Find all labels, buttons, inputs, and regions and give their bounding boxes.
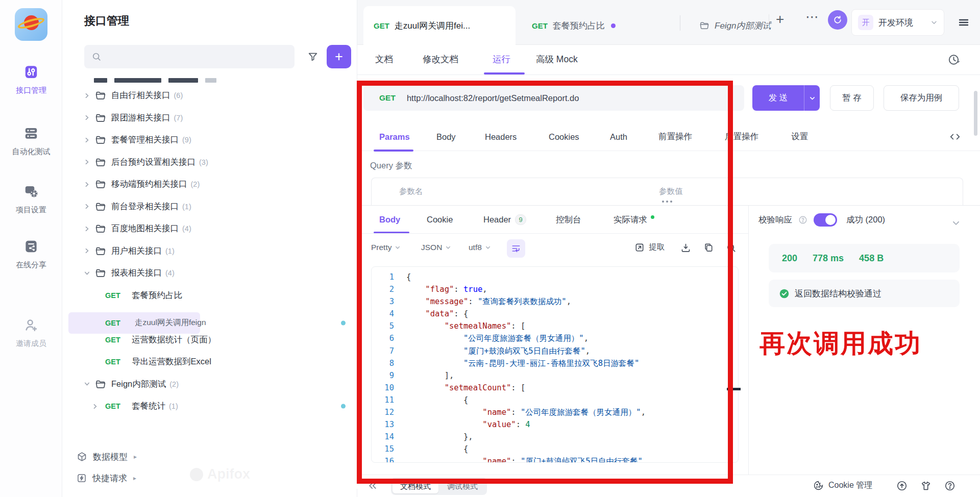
caret-right-icon: ▸: [134, 453, 137, 460]
tree-api-套餐预约占比[interactable]: GET套餐预约占比: [62, 284, 357, 307]
tree-folder-用户相关接口[interactable]: 用户相关接口(1): [62, 240, 357, 262]
req-tab-Cookies[interactable]: Cookies: [549, 122, 579, 151]
folder-icon: [95, 112, 106, 123]
req-tab-Params[interactable]: Params: [379, 122, 410, 151]
language-select[interactable]: JSON: [421, 243, 451, 252]
open-tab-1[interactable]: GET套餐预约占比: [522, 6, 626, 45]
req-tab-Auth[interactable]: Auth: [610, 122, 627, 151]
tree-folder-跟团游相关接口[interactable]: 跟团游相关接口(7): [62, 107, 357, 129]
tree-folder-前台登录相关接口[interactable]: 前台登录相关接口(1): [62, 195, 357, 218]
tree-folder-label: 用户相关接口: [111, 245, 162, 257]
req-tab-后置操作[interactable]: 后置操作: [725, 122, 758, 151]
app-logo[interactable]: [15, 8, 47, 41]
line-number: 15: [372, 443, 394, 455]
chevron-down-icon[interactable]: [951, 218, 961, 228]
history-clock-icon[interactable]: [947, 53, 961, 66]
rail-item-auto[interactable]: 自动化测试: [0, 126, 62, 157]
tree-api-导出运营数据到Excel[interactable]: GET导出运营数据到Excel: [62, 351, 357, 374]
sync-icon[interactable]: [828, 10, 847, 30]
search-input[interactable]: [84, 45, 295, 68]
method-select[interactable]: GET: [379, 93, 396, 103]
help-icon[interactable]: [944, 480, 955, 491]
encoding-select[interactable]: utf8: [469, 243, 491, 252]
req-tab-Headers[interactable]: Headers: [485, 122, 517, 151]
tree-folder-Feign内部测试[interactable]: Feign内部测试(2): [62, 373, 357, 395]
req-tab-设置[interactable]: 设置: [791, 122, 808, 151]
req-tab-前置操作[interactable]: 前置操作: [658, 122, 692, 151]
tree-api-走zuul网关调用feign[interactable]: GET走zuul网关调用feign: [62, 312, 206, 334]
new-tab-button[interactable]: +: [776, 11, 784, 28]
code-token: "value": [482, 420, 516, 429]
folder-icon: [95, 379, 106, 390]
code-view-icon[interactable]: [949, 131, 961, 142]
cookie-manager-button[interactable]: Cookie 管理: [813, 480, 872, 491]
split-drag-handle[interactable]: [662, 201, 672, 203]
doc-tab-修改文档[interactable]: 修改文档: [423, 45, 458, 73]
stash-button[interactable]: 暂 存: [830, 85, 874, 111]
tree-api-套餐统计[interactable]: GET套餐统计(1): [62, 395, 357, 418]
send-options-chevron[interactable]: [804, 85, 820, 111]
tab-separator: [680, 15, 680, 31]
search-response-icon[interactable]: [726, 242, 737, 253]
tree-folder-自由行相关接口[interactable]: 自由行相关接口(6): [62, 85, 357, 107]
tree-folder-套餐管理相关接口[interactable]: 套餐管理相关接口(9): [62, 129, 357, 152]
line-number: 13: [372, 418, 394, 431]
extract-button[interactable]: 提取: [634, 242, 665, 253]
theme-shirt-icon[interactable]: [920, 480, 932, 491]
code-token: ,: [641, 408, 646, 417]
tree-folder-报表相关接口[interactable]: 报表相关接口(4): [62, 262, 357, 285]
rail-item-api[interactable]: 接口管理: [0, 64, 62, 95]
resp-tab-Body[interactable]: Body: [379, 206, 400, 234]
tab-label: 套餐预约占比: [553, 20, 605, 32]
modified-dot: [341, 404, 346, 409]
doc-tab-高级 Mock[interactable]: 高级 Mock: [536, 45, 578, 73]
filter-funnel-icon[interactable]: [307, 51, 318, 62]
url-input[interactable]: http://localhost:82/report/getSetmealRep…: [407, 93, 579, 103]
rail-item-settings[interactable]: 项目设置: [0, 184, 62, 215]
download-icon[interactable]: [680, 242, 691, 253]
mode-调试模式[interactable]: 调试模式: [439, 479, 485, 493]
rail-item-share[interactable]: 在线分享: [0, 239, 62, 270]
sidebar-section-model[interactable]: 数据模型▸: [62, 446, 357, 467]
search-icon: [91, 52, 102, 62]
req-tab-Body[interactable]: Body: [436, 122, 456, 151]
panel-resize-handle[interactable]: [727, 388, 741, 390]
response-body-viewer[interactable]: 1{2 "flag": true,3 "message": "查询套餐列表数据成…: [371, 266, 739, 463]
environment-selector[interactable]: 开 开发环境: [851, 9, 944, 36]
resp-tab-label: Header: [483, 215, 511, 225]
collapse-sidebar-icon[interactable]: [368, 481, 378, 491]
doc-tab-文档[interactable]: 文档: [375, 45, 393, 73]
pretty-select[interactable]: Pretty: [371, 243, 401, 252]
resp-tab-控制台[interactable]: 控制台: [556, 206, 581, 234]
page-scrollbar-thumb[interactable]: [974, 91, 977, 136]
open-tab-0[interactable]: GET走zuul网关调用fei...: [363, 6, 516, 45]
save-as-case-button[interactable]: 保存为用例: [884, 85, 959, 111]
add-api-button[interactable]: +: [327, 45, 351, 68]
resp-tab-实际请求[interactable]: 实际请求: [614, 206, 654, 234]
upload-circle-icon[interactable]: [896, 480, 908, 491]
tree-folder-移动端预约相关接口[interactable]: 移动端预约相关接口(2): [62, 173, 357, 196]
code-token: "查询套餐列表数据成功": [478, 297, 567, 306]
rail-item-label: 在线分享: [0, 260, 62, 270]
code-content: {: [406, 271, 411, 283]
word-wrap-icon[interactable]: [507, 239, 525, 258]
tree-api-label: 套餐统计: [132, 401, 165, 412]
resp-tab-Cookie[interactable]: Cookie: [427, 206, 453, 234]
doc-tab-运行[interactable]: 运行: [493, 45, 510, 73]
copy-icon[interactable]: [703, 242, 714, 253]
rail-item-invite[interactable]: 邀请成员: [0, 317, 62, 349]
menu-hamburger-icon[interactable]: [958, 16, 970, 29]
code-token: [406, 297, 425, 306]
mode-文档模式[interactable]: 文档模式: [393, 479, 438, 493]
validate-toggle[interactable]: [814, 213, 837, 227]
tree-folder-百度地图相关接口[interactable]: 百度地图相关接口(4): [62, 218, 357, 240]
tree-folder-后台预约设置相关接口[interactable]: 后台预约设置相关接口(3): [62, 151, 357, 173]
more-tabs-button[interactable]: ⋯: [805, 9, 819, 25]
tab-bar: GET走zuul网关调用fei...GET套餐预约占比Feign内部测试 + ⋯…: [357, 0, 980, 45]
send-button[interactable]: 发 送: [752, 85, 820, 111]
resp-tab-Header[interactable]: Header9: [483, 206, 526, 234]
response-time: 778 ms: [813, 253, 844, 264]
code-line: 9 ],: [372, 369, 738, 382]
open-tab-2[interactable]: Feign内部测试: [689, 6, 781, 45]
request-url-bar[interactable]: GET http://localhost:82/report/getSetmea…: [363, 85, 744, 111]
